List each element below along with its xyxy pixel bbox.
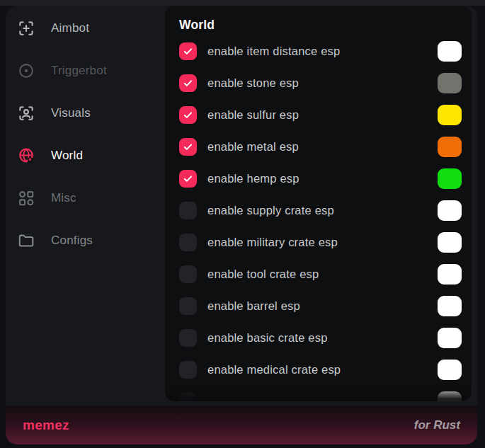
esp-row: enable supply crate esp: [179, 195, 462, 226]
color-swatch[interactable]: [438, 360, 462, 380]
color-swatch[interactable]: [438, 41, 462, 62]
esp-checkbox[interactable]: [179, 138, 197, 156]
sidebar-item-triggerbot[interactable]: Triggerbot: [6, 50, 165, 92]
sidebar-item-label: World: [51, 149, 83, 163]
esp-label: enable metal esp: [207, 140, 438, 154]
esp-label: enable item distance esp: [207, 45, 438, 58]
color-swatch[interactable]: [438, 328, 462, 348]
color-swatch[interactable]: [438, 137, 462, 157]
esp-row: enable hemp esp: [179, 163, 462, 195]
esp-label: enable basic crate esp: [207, 331, 438, 345]
esp-row: enable barrel esp: [179, 290, 462, 322]
sidebar-item-label: Aimbot: [51, 21, 89, 35]
triggerbot-target-icon: [17, 62, 35, 80]
color-swatch[interactable]: [438, 264, 462, 285]
sidebar-item-misc[interactable]: Misc: [6, 177, 165, 219]
sidebar-item-configs[interactable]: Configs: [6, 219, 165, 262]
sidebar-item-label: Triggerbot: [51, 64, 107, 78]
screen-top-edge: [0, 0, 485, 6]
esp-checkbox[interactable]: [179, 265, 197, 283]
sidebar-item-aimbot[interactable]: Aimbot: [6, 7, 165, 50]
esp-row: enable medical crate esp: [179, 354, 462, 386]
esp-checkbox[interactable]: [179, 361, 197, 379]
esp-row-list: enable item distance espenable stone esp…: [179, 35, 462, 401]
esp-label: enable military crate esp: [207, 236, 438, 249]
cheat-window: AimbotTriggerbotVisualsWorldMiscConfigs …: [6, 6, 477, 444]
misc-shapes-icon: [17, 189, 35, 207]
esp-checkbox[interactable]: [179, 42, 197, 60]
color-swatch[interactable]: [438, 296, 462, 316]
esp-label: enable supply crate esp: [207, 204, 438, 217]
esp-label: enable medical crate esp: [207, 363, 438, 377]
esp-label: enable tool crate esp: [207, 268, 438, 281]
world-globe-star-icon: [17, 147, 35, 165]
sidebar-item-label: Configs: [51, 234, 93, 248]
aimbot-crosshair-icon: [17, 19, 35, 38]
sidebar: AimbotTriggerbotVisualsWorldMiscConfigs: [6, 6, 165, 401]
color-swatch[interactable]: [438, 168, 462, 189]
esp-label: enable hemp esp: [207, 172, 438, 185]
color-swatch[interactable]: [438, 391, 462, 401]
panel-title: World: [179, 16, 462, 34]
esp-row: enable basic crate esp: [179, 322, 462, 354]
esp-row: enable item distance esp: [179, 35, 462, 67]
esp-checkbox[interactable]: [179, 202, 197, 219]
esp-checkbox[interactable]: [179, 393, 197, 401]
sidebar-item-world[interactable]: World: [6, 134, 165, 177]
esp-checkbox[interactable]: [179, 106, 197, 124]
sidebar-item-label: Misc: [51, 191, 76, 205]
esp-row: enable military crate esp: [179, 226, 462, 258]
sidebar-item-label: Visuals: [51, 106, 91, 120]
sidebar-item-visuals[interactable]: Visuals: [6, 92, 165, 134]
esp-row-partial: [179, 386, 462, 401]
brand-name: memez: [23, 418, 69, 433]
esp-row: enable stone esp: [179, 67, 462, 99]
esp-row: enable metal esp: [179, 131, 462, 163]
color-swatch[interactable]: [438, 105, 462, 125]
esp-checkbox[interactable]: [179, 234, 197, 251]
configs-folder-icon: [17, 231, 35, 250]
footer-bar: memez for Rust: [6, 406, 477, 444]
esp-row: enable sulfur esp: [179, 99, 462, 131]
content-row: AimbotTriggerbotVisualsWorldMiscConfigs …: [6, 6, 477, 401]
esp-label: enable sulfur esp: [207, 108, 438, 122]
esp-checkbox[interactable]: [179, 170, 197, 188]
esp-row: enable tool crate esp: [179, 258, 462, 290]
esp-label: enable barrel esp: [207, 299, 438, 313]
world-panel: World enable item distance espenable sto…: [165, 6, 472, 401]
esp-checkbox[interactable]: [179, 329, 197, 347]
esp-label: enable stone esp: [207, 76, 438, 90]
color-swatch[interactable]: [438, 200, 462, 221]
esp-checkbox[interactable]: [179, 74, 197, 92]
visuals-person-scan-icon: [17, 104, 35, 122]
product-tagline: for Rust: [414, 418, 460, 432]
esp-checkbox[interactable]: [179, 297, 197, 315]
color-swatch[interactable]: [438, 73, 462, 93]
color-swatch[interactable]: [438, 232, 462, 253]
